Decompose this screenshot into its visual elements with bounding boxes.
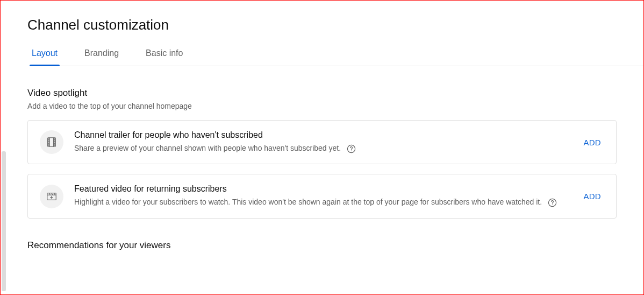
svg-point-4 [48,141,49,142]
tab-layout[interactable]: Layout [32,48,58,66]
section-title-recommendations: Recommendations for your viewers [27,240,617,251]
card-channel-trailer: Channel trailer for people who haven't s… [27,120,617,164]
tab-branding[interactable]: Branding [84,48,119,66]
svg-point-21 [552,205,553,205]
svg-point-6 [48,145,49,145]
tab-basic-info[interactable]: Basic info [146,48,183,66]
card-desc: Highlight a video for your subscribers t… [74,196,569,208]
svg-point-10 [54,145,55,145]
help-icon[interactable] [346,144,356,154]
section-title-video-spotlight: Video spotlight [27,88,617,99]
add-button[interactable]: ADD [580,189,604,203]
video-spotlight-section: Video spotlight Add a video to the top o… [27,88,617,219]
section-desc-video-spotlight: Add a video to the top of your channel h… [27,102,617,110]
svg-point-12 [351,150,352,151]
svg-point-7 [54,139,55,139]
page-title: Channel customization [27,17,617,33]
svg-point-9 [54,143,55,143]
help-icon[interactable] [547,198,557,208]
film-strip-icon [40,130,63,154]
clapperboard-icon [40,185,63,208]
card-featured-video: Featured video for returning subscribers… [27,174,617,218]
add-button[interactable]: ADD [580,136,604,149]
svg-point-8 [54,141,55,142]
scrollbar-indicator [2,151,6,291]
card-title: Channel trailer for people who haven't s… [74,130,569,140]
tabs-bar: Layout Branding Basic info [32,48,643,66]
card-title: Featured video for returning subscribers [74,184,569,194]
svg-point-3 [48,139,49,139]
card-desc: Share a preview of your channel shown wi… [74,142,569,154]
recommendations-section: Recommendations for your viewers [27,240,617,251]
svg-point-5 [48,143,49,143]
